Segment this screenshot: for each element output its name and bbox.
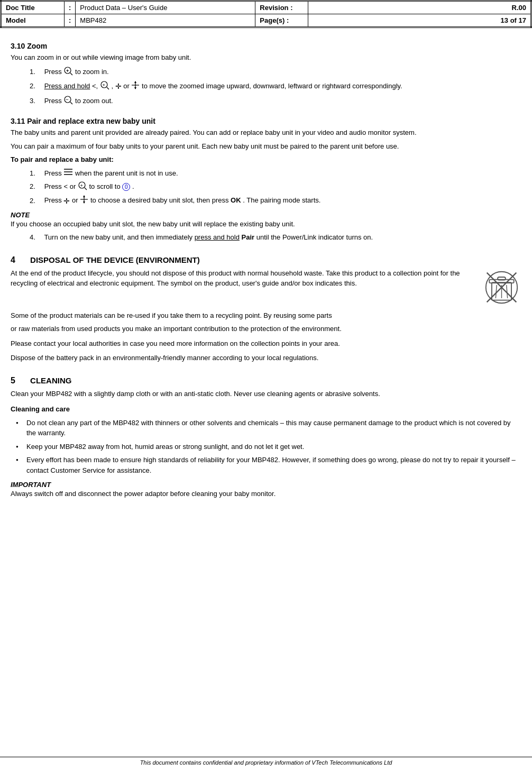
step-310-1-press: Press <box>44 68 64 76</box>
four-arrow-icon: ✛ <box>115 81 122 92</box>
step-num-3a: 3. <box>30 96 42 106</box>
disposal-p3: or raw materials from used products you … <box>11 324 521 334</box>
pair-step-4-text: Turn on the new baby unit, and then imme… <box>44 233 194 241</box>
tilt-icon-2 <box>80 195 88 207</box>
disposal-p2: Some of the product materials can be re-… <box>11 310 521 321</box>
pair-step-4-suffix: until the Power/Link indicator turns on. <box>256 233 373 241</box>
pair-step-num-2: 2. <box>30 181 42 192</box>
section-5: 5 CLEANING Clean your MBP482 with a slig… <box>11 376 521 499</box>
svg-line-12 <box>70 102 72 104</box>
section-4-number: 4 <box>11 255 15 264</box>
cleaning-bullet-1: Do not clean any part of the MBP482 with… <box>16 418 521 438</box>
section-5-p1: Clean your MBP482 with a slightly damp c… <box>11 389 521 399</box>
section-310-intro: You can zoom in or out while viewing ima… <box>11 52 521 63</box>
document-header: Doc Title : Product Data – User's Guide … <box>0 0 532 28</box>
pair-step-2-period: . <box>132 182 134 190</box>
svg-marker-9 <box>134 87 136 89</box>
revision-label: Revision : <box>255 1 308 14</box>
step-310-2-comma: , <box>111 82 113 90</box>
section-4-heading: 4 DISPOSAL OF THE DEVICE (ENVIRONMENT) <box>11 255 521 265</box>
step-num-2a: 2. <box>30 81 42 91</box>
section-5-heading: 5 CLEANING <box>11 376 521 386</box>
section-4-title: DISPOSAL OF THE DEVICE (ENVIRONMENT) <box>30 255 200 264</box>
pair-step-2: 2. Press < or + to scroll to 0 . <box>30 181 521 194</box>
zoom-icon-pair: + <box>78 181 87 194</box>
step-310-2-or: or <box>123 82 131 90</box>
pair-step-3-suffix: . The pairing mode starts. <box>243 197 320 205</box>
step-310-1: 1. Press + to zoom in. <box>30 66 521 79</box>
press-and-hold-2: press and hold <box>195 233 240 241</box>
pair-step-1-suffix: when the parent unit is not in use. <box>75 169 178 177</box>
pair-step-1-press: Press <box>44 169 64 177</box>
disposal-text-block: At the end of the product lifecycle, you… <box>11 268 479 292</box>
slot-icon: 0 <box>122 183 130 191</box>
svg-line-18 <box>85 188 87 190</box>
weee-icon <box>484 270 519 305</box>
page-footer: This document contains confidential and … <box>0 757 532 766</box>
svg-marker-8 <box>134 81 136 83</box>
pair-step-num-3: 2. <box>30 196 42 206</box>
section-4: 4 DISPOSAL OF THE DEVICE (ENVIRONMENT) A… <box>11 255 521 363</box>
cleaning-bullet-2: Keep your MBP482 away from hot, humid ar… <box>16 442 521 452</box>
disposal-content: At the end of the product lifecycle, you… <box>11 268 521 306</box>
page-value: 13 of 17 <box>308 14 531 27</box>
model-colon: : <box>65 14 76 27</box>
zoom-icon-2: + <box>100 80 109 93</box>
step-num-1: 1. <box>30 67 42 77</box>
important-text: Always switch off and disconnect the pow… <box>11 489 521 499</box>
section-311: 3.11 Pair and replace extra new baby uni… <box>11 117 521 243</box>
section-310-steps: 1. Press + to zoom in. 2. Press and hold… <box>30 66 521 108</box>
four-arrow-icon-2: ✛ <box>63 196 70 207</box>
pair-step-3-text: to choose a desired baby unit slot, then… <box>90 197 231 205</box>
pair-step-1: 1. Press when the parent unit is not in … <box>30 168 521 179</box>
step-310-3-suffix: to zoom out. <box>75 97 113 105</box>
to-pair-label: To pair and replace a baby unit: <box>11 154 521 165</box>
section-311-p1: The baby units and parent unit provided … <box>11 127 521 138</box>
step-310-1-suffix: to zoom in. <box>75 68 109 76</box>
pair-step-3-press: Press <box>44 197 64 205</box>
important-block: IMPORTANT Always switch off and disconne… <box>11 481 521 499</box>
section-5-number: 5 <box>11 376 15 385</box>
svg-text:+: + <box>102 82 105 88</box>
section-310-title: 3.10 Zoom <box>11 42 521 50</box>
model-label: Model <box>1 14 65 27</box>
svg-text:+: + <box>66 68 69 74</box>
pair-steps: 1. Press when the parent unit is not in … <box>30 168 521 207</box>
pair-bold: Pair <box>242 233 256 241</box>
svg-rect-25 <box>498 277 506 280</box>
pair-step-num-1: 1. <box>30 168 42 179</box>
note-text: If you choose an occupied baby unit slot… <box>11 219 521 230</box>
revision-value: R.00 <box>308 1 531 14</box>
pair-step4-block: 4. Turn on the new baby unit, and then i… <box>30 232 521 243</box>
svg-text:−: − <box>66 97 69 103</box>
pair-step-2-press: Press < or <box>44 182 78 190</box>
svg-line-2 <box>70 73 72 75</box>
step-310-3-press: Press <box>44 97 64 105</box>
pair-step-4: 4. Turn on the new baby unit, and then i… <box>30 232 521 243</box>
svg-marker-22 <box>83 201 85 204</box>
model-value: MBP482 <box>76 14 255 27</box>
section-5-title: CLEANING <box>30 376 71 385</box>
menu-icon <box>63 168 73 179</box>
doc-title-value: Product Data – User's Guide <box>76 1 255 14</box>
step-310-2-lt: <, <box>92 82 100 90</box>
section-311-p2: You can pair a maximum of four baby unit… <box>11 141 521 152</box>
disposal-p5: Dispose of the battery pack in an enviro… <box>11 353 521 363</box>
cleaning-bullet-list: Do not clean any part of the MBP482 with… <box>16 418 521 476</box>
svg-line-26 <box>496 285 497 298</box>
cleaning-care-title: Cleaning and care <box>11 404 521 415</box>
doc-title-colon: : <box>65 1 76 14</box>
main-content: 3.10 Zoom You can zoom in or out while v… <box>0 28 532 534</box>
doc-title-label: Doc Title <box>1 1 65 14</box>
important-label: IMPORTANT <box>11 481 51 489</box>
section-310: 3.10 Zoom You can zoom in or out while v… <box>11 42 521 107</box>
svg-marker-21 <box>83 195 85 197</box>
zoom-out-icon: − <box>63 95 73 108</box>
tilt-icon <box>131 81 140 93</box>
pair-step-num-4: 4. <box>30 232 42 243</box>
disposal-p1: At the end of the product lifecycle, you… <box>11 268 479 289</box>
cleaning-bullet-3: Every effort has been made to ensure hig… <box>16 455 521 475</box>
disposal-icon-container <box>484 270 521 306</box>
pair-step-3: 2. Press ✛ or to choose a desired baby u… <box>30 195 521 207</box>
step-310-3: 3. Press − to zoom out. <box>30 95 521 108</box>
